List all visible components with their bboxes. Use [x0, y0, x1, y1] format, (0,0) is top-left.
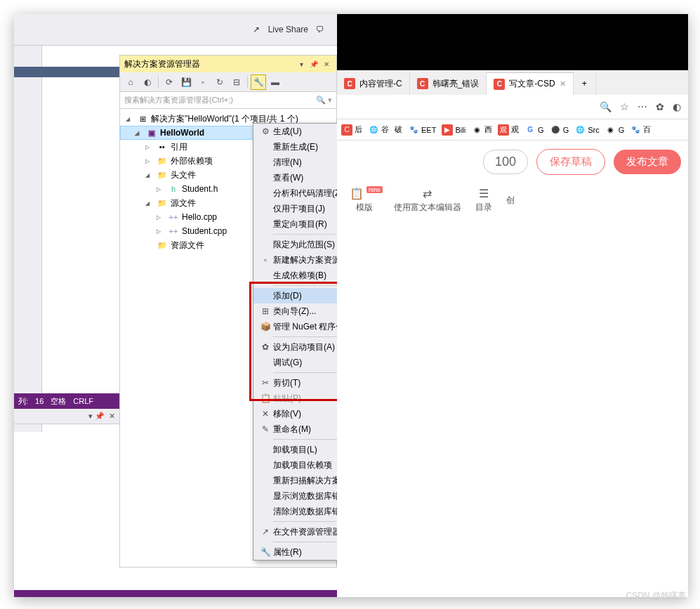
status-col-label: 列: [18, 396, 28, 407]
browser-black-bar [337, 14, 688, 70]
file-label: Student.cpp [182, 226, 227, 236]
bookmark-item[interactable]: 观观 [498, 124, 519, 136]
extension-icon[interactable]: ✿ [656, 101, 664, 112]
bookmarks-bar: C后 🌐谷 破 🐾EET ▶Bili ◉西 观观 GG ⚫G 🌐Src ◉G 🐾… [337, 119, 688, 140]
cpp-file-icon: ++ [168, 211, 179, 223]
preview-icon[interactable]: ▬ [268, 74, 283, 90]
vs-titlebar: ↗ Live Share 🗩 [14, 14, 337, 46]
rename-icon: ✎ [258, 424, 273, 434]
vs-left-gutter [14, 46, 42, 432]
browser-tab-active[interactable]: C写文章-CSD✕ [487, 72, 573, 95]
toc-button[interactable]: ☰ 目录 [475, 187, 492, 214]
editor-toolbar: 📋new 模版 ⇄ 使用富文本编辑器 ☰ 目录 创 [337, 183, 688, 218]
folder-icon: 📁 [157, 155, 168, 166]
bookmark-item[interactable]: ◉西 [471, 124, 492, 136]
status-space: 空格 [51, 396, 66, 407]
bookmark-item[interactable]: ◉G [605, 124, 625, 136]
new-tab-button[interactable]: + [574, 72, 596, 95]
folder-icon: 📁 [157, 240, 168, 251]
solution-search[interactable]: 搜索解决方案资源管理器(Ctrl+;) 🔍 ▾ [120, 92, 336, 109]
sync-icon[interactable]: ⟳ [161, 74, 177, 90]
collapse-icon[interactable]: ⊟ [229, 74, 244, 90]
search-dropdown-icon[interactable]: 🔍 ▾ [316, 96, 332, 105]
build-icon: ⚙ [258, 126, 273, 136]
solution-explorer-title: 解决方案资源管理器 ▾ 📌 ✕ [120, 55, 336, 72]
header-file-icon: h [168, 183, 179, 195]
panel-title-text: 解决方案资源管理器 [124, 58, 200, 70]
references-icon: ▪▪ [157, 141, 168, 152]
watermark: CSDN @韩曙亮 [626, 590, 686, 602]
vs-doc-tab-strip [14, 67, 119, 77]
sources-label: 源文件 [171, 197, 196, 209]
favorite-icon[interactable]: ☆ [620, 101, 629, 112]
folder-open-icon: ↗ [258, 527, 273, 537]
bookmark-item[interactable]: 🌐Src [574, 124, 600, 136]
status-bar: 列: 16 空格 CRLF [14, 393, 119, 409]
status-crlf: CRLF [73, 397, 93, 405]
file-label: Hello.cpp [182, 212, 217, 222]
nuget-icon: 📦 [258, 322, 273, 332]
cpp-file-icon: ++ [168, 225, 179, 237]
close-icon[interactable]: ✕ [109, 412, 115, 421]
status-col: 16 [35, 397, 44, 405]
tab-label: 内容管理-C [359, 78, 402, 90]
paste-icon: 📋 [258, 393, 273, 403]
back-icon[interactable]: ◐ [140, 74, 155, 90]
save-all-icon[interactable]: 💾 [178, 74, 194, 90]
resources-label: 资源文件 [171, 240, 204, 251]
bookmark-item[interactable]: GG [524, 124, 544, 136]
folder-icon: 📁 [157, 169, 168, 181]
word-counter: 100 [483, 150, 528, 174]
remove-icon: ✕ [258, 409, 273, 419]
csdn-icon: C [417, 78, 428, 89]
browser-tab[interactable]: C韩曙亮_错误 [410, 72, 487, 95]
browser-tab[interactable]: C内容管理-C [337, 72, 410, 95]
references-label: 引用 [171, 141, 187, 153]
refresh-icon[interactable]: ↻ [212, 74, 227, 90]
template-button[interactable]: 📋new 模版 [350, 187, 380, 214]
bookmark-item[interactable]: ⚫G [550, 124, 569, 136]
menu-icon[interactable]: ⋯ [638, 101, 647, 112]
bookmark-item[interactable]: 🌐谷 [368, 124, 389, 136]
bookmark-item[interactable]: 🐾EET [408, 124, 436, 136]
project-label: HelloWorld [160, 128, 204, 138]
tab-close-icon[interactable]: ✕ [560, 79, 566, 89]
external-deps-label: 外部依赖项 [171, 155, 213, 167]
live-share-label[interactable]: Live Share [268, 25, 308, 34]
vs-bottom-bar [14, 590, 337, 597]
rich-editor-button[interactable]: ⇄ 使用富文本编辑器 [394, 187, 461, 214]
home-icon[interactable]: ⌂ [123, 74, 138, 90]
new-view-icon: ▫ [258, 255, 273, 265]
bookmark-item[interactable]: 🐾百 [630, 124, 651, 136]
csdn-icon: C [494, 79, 505, 90]
folder-icon: 📁 [157, 197, 168, 209]
wizard-icon: ⊞ [258, 306, 273, 316]
bookmark-item[interactable]: 破 [395, 124, 402, 135]
properties-icon[interactable]: 🔧 [251, 74, 266, 90]
pin-icon[interactable]: 📌 [308, 58, 319, 70]
browser-tabs: C内容管理-C C韩曙亮_错误 C写文章-CSD✕ + [337, 70, 688, 95]
startup-icon: ✿ [258, 342, 273, 352]
extension-icon[interactable]: ◐ [673, 101, 681, 112]
pin-icon[interactable]: ▾ 📌 [88, 412, 105, 421]
browser-url-bar: 🔍 ☆ ⋯ ✿ ◐ [337, 95, 688, 119]
page-content: 100 保存草稿 发布文章 📋new 模版 ⇄ 使用富文本编辑器 ☰ 目录 创 [337, 140, 688, 576]
publish-button[interactable]: 发布文章 [614, 150, 681, 174]
properties-icon: 🔧 [258, 547, 273, 557]
file-label: Student.h [182, 184, 218, 194]
save-draft-button[interactable]: 保存草稿 [536, 149, 605, 175]
show-all-icon[interactable]: ▫ [195, 74, 211, 90]
zoom-icon[interactable]: 🔍 [600, 101, 612, 112]
bookmark-item[interactable]: ▶Bili [442, 124, 465, 136]
headers-label: 头文件 [171, 169, 196, 181]
dropdown-icon[interactable]: ▾ [296, 58, 307, 70]
tab-label: 韩曙亮_错误 [432, 78, 480, 90]
csdn-icon: C [344, 78, 355, 89]
create-button[interactable]: 创 [506, 195, 515, 207]
editor-header: 100 保存草稿 发布文章 [337, 140, 688, 183]
feedback-icon[interactable]: 🗩 [314, 23, 326, 36]
close-icon[interactable]: ✕ [321, 58, 332, 70]
panel-tab-strip: ▾ 📌 ✕ [14, 409, 119, 424]
share-icon: ↗ [250, 23, 263, 36]
bookmark-item[interactable]: C后 [341, 124, 362, 136]
